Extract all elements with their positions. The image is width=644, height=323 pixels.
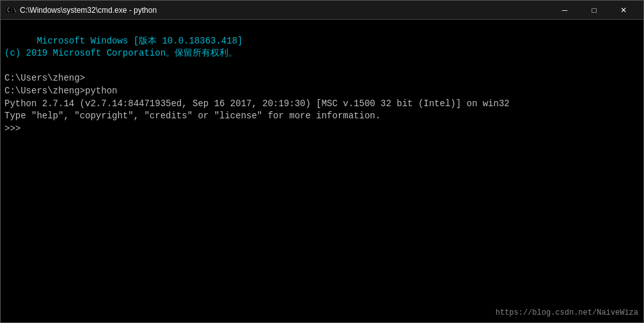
console-output: Microsoft Windows [版本 10.0.18363.418] (c…: [4, 22, 640, 148]
minimize-button[interactable]: ─: [550, 1, 579, 20]
console-line-2: C:\Users\zheng> C:\Users\zheng>python Py…: [4, 73, 510, 133]
svg-text:C:\: C:\: [7, 8, 16, 13]
cmd-window: C:\ C:\Windows\system32\cmd.exe - python…: [0, 0, 644, 323]
watermark-text: https://blog.csdn.net/NaiveWiza: [496, 308, 638, 317]
title-bar: C:\ C:\Windows\system32\cmd.exe - python…: [1, 1, 643, 20]
console-area[interactable]: Microsoft Windows [版本 10.0.18363.418] (c…: [1, 20, 643, 322]
window-controls: ─ □ ✕: [550, 1, 638, 20]
window-title: C:\Windows\system32\cmd.exe - python: [20, 6, 550, 15]
console-line-1: Microsoft Windows [版本 10.0.18363.418] (c…: [4, 36, 242, 59]
cmd-icon: C:\: [6, 5, 16, 15]
maximize-button[interactable]: □: [579, 1, 609, 20]
close-button[interactable]: ✕: [609, 1, 638, 20]
